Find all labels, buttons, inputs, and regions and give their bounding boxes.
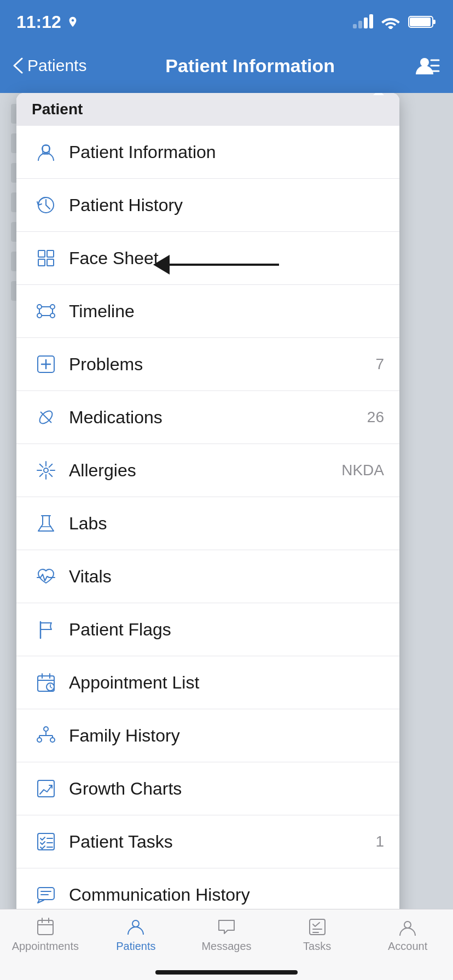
flag-icon (32, 615, 60, 644)
svg-line-34 (49, 464, 53, 468)
patient-section-header: Patient (16, 93, 399, 126)
message-icon (32, 880, 60, 909)
menu-item-patient-information[interactable]: Patient Information (16, 126, 399, 179)
back-label: Patients (27, 56, 86, 75)
tab-messages[interactable]: Messages (181, 917, 272, 953)
person-menu-icon (414, 55, 440, 77)
svg-line-32 (40, 464, 43, 468)
menu-item-patient-tasks[interactable]: Patient Tasks 1 (16, 815, 399, 868)
menu-item-face-sheet[interactable]: Face Sheet (16, 232, 399, 285)
status-icons (353, 15, 437, 29)
menu-item-label: Patient Tasks (69, 832, 375, 852)
flask-icon (32, 509, 60, 538)
menu-item-patient-flags[interactable]: Patient Flags (16, 603, 399, 656)
menu-item-label: Allergies (69, 460, 341, 481)
svg-point-27 (44, 468, 48, 472)
tab-tasks[interactable]: Tasks (272, 917, 363, 953)
menu-badge: 1 (375, 833, 384, 850)
dropdown-menu: Patient Patient Information Patient Hist… (16, 93, 399, 980)
grid-icon (32, 244, 60, 272)
svg-point-46 (44, 727, 48, 731)
svg-rect-1 (433, 20, 435, 24)
history-icon (32, 191, 60, 219)
svg-rect-11 (47, 250, 54, 257)
page-title: Patient Information (165, 55, 335, 77)
tab-label-messages: Messages (201, 940, 251, 953)
tasks-icon (32, 827, 60, 856)
menu-item-label: Problems (69, 354, 375, 375)
menu-item-growth-charts[interactable]: Growth Charts (16, 762, 399, 815)
svg-rect-58 (38, 888, 54, 900)
back-chevron-icon (13, 57, 23, 74)
patients-tab-icon (123, 917, 149, 937)
menu-item-allergies[interactable]: Allergies NKDA (16, 444, 399, 497)
menu-badge: 7 (375, 355, 384, 373)
menu-item-label: Patient History (69, 195, 384, 215)
family-icon (32, 721, 60, 750)
svg-point-70 (404, 921, 411, 928)
menu-item-family-history[interactable]: Family History (16, 709, 399, 762)
svg-line-35 (40, 474, 43, 477)
svg-line-26 (40, 412, 51, 423)
wifi-icon (381, 15, 400, 29)
menu-button[interactable] (414, 55, 440, 77)
tab-appointments[interactable]: Appointments (0, 917, 91, 953)
menu-badge: NKDA (341, 462, 384, 479)
svg-point-47 (37, 738, 42, 742)
menu-item-appointment-list[interactable]: Appointment List (16, 656, 399, 709)
svg-rect-12 (38, 259, 45, 266)
svg-point-14 (37, 305, 42, 309)
battery-icon (408, 15, 437, 29)
back-button[interactable]: Patients (13, 56, 86, 75)
svg-point-15 (50, 305, 55, 309)
menu-item-label: Communication History (69, 885, 384, 905)
appointment-icon (32, 668, 60, 697)
menu-item-timeline[interactable]: Timeline (16, 285, 399, 338)
svg-point-17 (50, 313, 55, 318)
navigation-bar: Patients Patient Information (0, 44, 453, 93)
tab-bar: Appointments Patients Messages Task (0, 909, 453, 980)
chart-icon (32, 774, 60, 803)
menu-item-label: Labs (69, 514, 384, 534)
svg-line-33 (49, 474, 53, 477)
menu-badge: 26 (367, 409, 384, 426)
appointments-tab-icon (32, 917, 59, 937)
menu-item-label: Patient Flags (69, 620, 384, 640)
svg-rect-13 (47, 259, 54, 266)
svg-rect-62 (38, 920, 53, 935)
menu-item-label: Vitals (69, 567, 384, 587)
svg-point-3 (420, 58, 429, 67)
person-icon (32, 138, 60, 166)
menu-item-vitals[interactable]: Vitals (16, 550, 399, 603)
menu-item-label: Family History (69, 726, 384, 746)
pill-icon (32, 403, 60, 431)
menu-item-label: Growth Charts (69, 779, 384, 799)
tab-label-patients: Patients (116, 940, 155, 953)
status-bar: 11:12 (0, 0, 453, 44)
tab-label-appointments: Appointments (12, 940, 79, 953)
plus-square-icon (32, 350, 60, 378)
location-icon (67, 16, 79, 28)
messages-tab-icon (213, 917, 240, 937)
tab-label-account: Account (388, 940, 427, 953)
menu-item-problems[interactable]: Problems 7 (16, 338, 399, 391)
home-indicator (155, 970, 298, 975)
menu-item-label: Medications (69, 407, 367, 428)
menu-item-label: Patient Information (69, 142, 384, 162)
account-tab-icon (394, 917, 421, 937)
menu-item-label: Timeline (69, 301, 384, 322)
tab-patients[interactable]: Patients (91, 917, 182, 953)
tab-account[interactable]: Account (362, 917, 453, 953)
status-time: 11:12 (16, 12, 79, 32)
menu-item-patient-history[interactable]: Patient History (16, 179, 399, 232)
menu-item-labs[interactable]: Labs (16, 497, 399, 550)
heartbeat-icon (32, 562, 60, 591)
svg-point-16 (37, 313, 42, 318)
menu-item-label: Face Sheet (69, 248, 384, 269)
menu-item-medications[interactable]: Medications 26 (16, 391, 399, 444)
tab-label-tasks: Tasks (303, 940, 331, 953)
svg-point-66 (132, 920, 139, 927)
menu-item-label: Appointment List (69, 673, 384, 693)
svg-rect-10 (38, 250, 45, 257)
allergen-icon (32, 456, 60, 485)
